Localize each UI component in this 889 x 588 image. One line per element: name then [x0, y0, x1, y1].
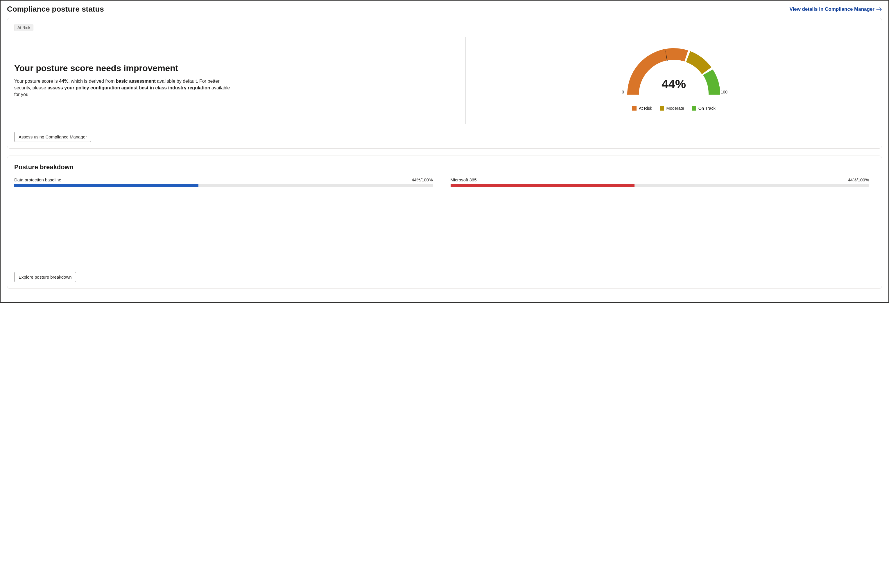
progress-bar [14, 184, 433, 187]
progress-fill [14, 184, 199, 187]
progress-bar [451, 184, 869, 187]
gauge-max-label: 100 [721, 90, 728, 94]
posture-breakdown-card: Posture breakdown Data protection baseli… [7, 156, 882, 289]
breakdown-grid: Data protection baseline 44%/100% Micros… [14, 177, 875, 264]
legend-label: At Risk [639, 106, 652, 111]
breakdown-label-row: Data protection baseline 44%/100% [14, 177, 433, 182]
posture-heading: Your posture score needs improvement [14, 63, 459, 73]
legend-item-at-risk: At Risk [632, 106, 652, 111]
explore-breakdown-button[interactable]: Explore posture breakdown [14, 272, 76, 282]
gauge-chart: 44% 0 100 [620, 42, 728, 102]
assess-button[interactable]: Assess using Compliance Manager [14, 132, 91, 142]
status-badge: At Risk [14, 24, 33, 32]
legend-label: Moderate [666, 106, 684, 111]
arrow-right-icon [876, 7, 882, 12]
view-details-label: View details in Compliance Manager [789, 6, 874, 12]
legend-item-moderate: Moderate [660, 106, 684, 111]
swatch-icon [660, 106, 664, 111]
legend-label: On Track [698, 106, 716, 111]
page-title: Compliance posture status [7, 4, 104, 14]
posture-score-card: At Risk Your posture score needs improve… [7, 18, 882, 148]
gauge-min-label: 0 [622, 90, 624, 94]
desc-bold: assess your policy configuration against… [47, 86, 210, 90]
view-details-link[interactable]: View details in Compliance Manager [789, 6, 882, 12]
desc-text: , which is derived from [68, 79, 116, 84]
breakdown-value: 44%/100% [412, 177, 433, 182]
breakdown-label-row: Microsoft 365 44%/100% [451, 177, 869, 182]
swatch-icon [692, 106, 696, 111]
page-header: Compliance posture status View details i… [7, 4, 882, 14]
progress-fill [451, 184, 635, 187]
legend-item-on-track: On Track [692, 106, 716, 111]
posture-gauge-pane: 44% 0 100 At Risk Moderate On Tr [473, 37, 875, 124]
gauge-legend: At Risk Moderate On Track [632, 106, 716, 111]
desc-text: Your posture score is [14, 79, 59, 84]
breakdown-title: Posture breakdown [14, 164, 875, 171]
desc-bold: basic assessment [116, 79, 156, 84]
posture-description: Your posture score is 44%, which is deri… [14, 78, 235, 98]
page-root: Compliance posture status View details i… [0, 0, 889, 303]
desc-score: 44% [59, 79, 68, 84]
breakdown-value: 44%/100% [848, 177, 869, 182]
gauge-value: 44% [620, 77, 728, 91]
posture-row: Your posture score needs improvement You… [14, 37, 875, 124]
swatch-icon [632, 106, 636, 111]
breakdown-name: Microsoft 365 [451, 177, 477, 182]
breakdown-item: Data protection baseline 44%/100% [14, 177, 439, 264]
breakdown-item: Microsoft 365 44%/100% [451, 177, 875, 264]
breakdown-name: Data protection baseline [14, 177, 61, 182]
posture-text-pane: Your posture score needs improvement You… [14, 37, 466, 124]
